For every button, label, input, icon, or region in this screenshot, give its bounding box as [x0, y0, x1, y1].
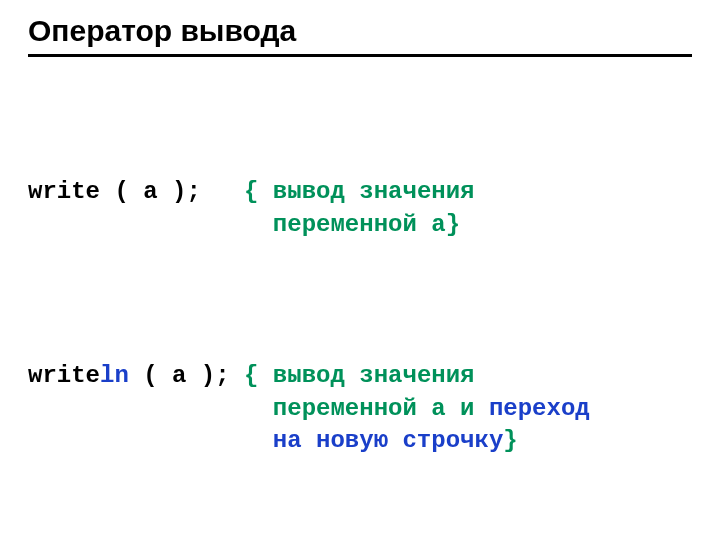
code-area: write ( a ); { вывод значения переменной… — [28, 79, 692, 540]
comment-end: } — [503, 427, 517, 454]
code-line-1: write ( a ); { вывод значения переменной… — [28, 176, 692, 241]
code-text: ( a ); — [100, 178, 244, 205]
kw-write: write — [28, 362, 100, 389]
slide: Оператор вывода write ( a ); { вывод зна… — [0, 0, 720, 540]
code-text: ( a ); — [129, 362, 244, 389]
kw-ln: ln — [100, 362, 129, 389]
title-rule — [28, 54, 692, 57]
code-line-2: writeln ( a ); { вывод значения переменн… — [28, 360, 692, 457]
kw-write: write — [28, 178, 100, 205]
slide-title: Оператор вывода — [28, 14, 692, 48]
